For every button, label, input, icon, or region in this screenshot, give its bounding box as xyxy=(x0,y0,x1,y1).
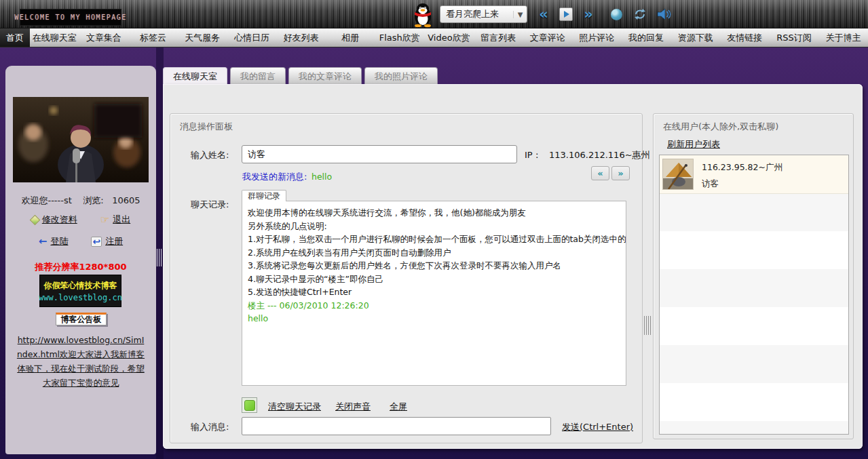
tab-2[interactable]: 我的文章评论 xyxy=(288,67,362,84)
nav-item-15[interactable]: 友情链接 xyxy=(720,28,770,47)
chat-log-label: 聊天记录: xyxy=(191,199,229,211)
panel-splitter-grip[interactable] xyxy=(644,316,652,335)
welcome-line: 欢迎您-----st 浏览: 10605 xyxy=(5,195,156,207)
next-message-button[interactable]: » xyxy=(611,166,630,180)
send-link[interactable]: 发送(Ctrl+Enter) xyxy=(562,421,633,433)
nav-item-6[interactable]: 好友列表 xyxy=(276,28,326,47)
user-avatar xyxy=(662,159,694,190)
nav-item-17[interactable]: 关于博主 xyxy=(818,28,868,47)
play-icon[interactable] xyxy=(559,7,573,21)
group-chat-tab[interactable]: 群聊记录 xyxy=(242,190,286,201)
nav-item-14[interactable]: 资源下载 xyxy=(671,28,720,47)
nav-item-0[interactable]: 首页 xyxy=(0,28,30,47)
online-users-panel: 在线用户(本人除外,双击私聊) 刷新用户列表 116.23.95.82~广州访客 xyxy=(653,113,854,439)
views-count: 10605 xyxy=(112,195,140,205)
mute-sound-link[interactable]: 关闭声音 xyxy=(335,401,371,413)
nav-item-8[interactable]: Flash欣赏 xyxy=(375,28,424,47)
song-select[interactable]: 看月亮爬上来 ▼ xyxy=(440,5,527,23)
login-link[interactable]: ← 登陆 xyxy=(39,235,69,247)
nav-item-4[interactable]: 天气服务 xyxy=(178,28,227,47)
clear-log-link[interactable]: 清空聊天记录 xyxy=(268,401,321,413)
top-bar: WELCOME TO MY HOMEPAGE 看月亮爬上来 ▼ xyxy=(0,0,868,28)
sent-message-value: hello xyxy=(312,172,332,182)
nav-item-12[interactable]: 照片评论 xyxy=(572,28,622,47)
announcement-link[interactable]: http://www.lovestblog.cn/SimIndex.html欢迎… xyxy=(15,333,147,390)
message-panel: 消息操作面板 输入姓名: IP： 113.106.212.116~惠州 我发送的… xyxy=(170,113,643,443)
chat-log-line-3: 2.系统用户在线列表当有用户关闭页面时自动删除用户 xyxy=(248,246,620,260)
media-controls: « » xyxy=(533,0,671,28)
main-panel: 消息操作面板 输入姓名: IP： 113.106.212.116~惠州 我发送的… xyxy=(163,84,863,449)
register-link[interactable]: ↩ 注册 xyxy=(91,235,123,247)
tab-0[interactable]: 在线聊天室 xyxy=(163,67,227,84)
register-label[interactable]: 注册 xyxy=(105,235,123,247)
chat-log-line-8: hello xyxy=(248,312,620,325)
online-user-row-0[interactable]: 116.23.95.82~广州访客 xyxy=(660,155,848,194)
chat-log-line-4: 3.系统将记录您每次更新后的用户姓名，方便您下次再次登录时不要再次输入用户名 xyxy=(248,259,620,273)
online-users-title: 在线用户(本人除外,双击私聊) xyxy=(663,121,778,133)
logout-label[interactable]: 退出 xyxy=(113,214,130,226)
chat-log[interactable]: 欢迎使用本博的在线聊天系统进行交流，希望你，我，他(她)都能成为朋友另外系统的几… xyxy=(242,201,626,386)
chat-log-line-6: 5.发送的快捷键Ctrl+Enter xyxy=(248,285,620,299)
resolution-note: 推荐分辨率1280*800 xyxy=(5,261,156,273)
edit-profile-link[interactable]: 修改资料 xyxy=(31,214,77,226)
nav-item-1[interactable]: 在线聊天室 xyxy=(30,28,79,47)
message-input[interactable] xyxy=(242,417,551,435)
tab-1[interactable]: 我的留言 xyxy=(230,67,286,84)
tab-3[interactable]: 我的照片评论 xyxy=(364,67,438,84)
user-name: 访客 xyxy=(702,178,719,190)
login-label[interactable]: 登陆 xyxy=(50,235,68,247)
loop-mode-icon[interactable] xyxy=(633,7,647,21)
next-track-icon[interactable]: » xyxy=(578,7,599,21)
fullscreen-link[interactable]: 全屏 xyxy=(390,401,407,413)
chat-log-line-5: 4.聊天记录中显示的“楼主”即你自己 xyxy=(248,273,620,286)
previous-track-icon[interactable]: « xyxy=(533,7,554,21)
name-label: 输入姓名: xyxy=(191,149,229,161)
nav-item-13[interactable]: 我的回复 xyxy=(622,28,671,47)
song-title: 看月亮爬上来 xyxy=(440,8,513,20)
nav-item-16[interactable]: RSS订阅 xyxy=(770,28,819,47)
banner-url: www.lovestblog.cn xyxy=(39,293,122,302)
emoticon-icon xyxy=(244,400,255,411)
name-input[interactable] xyxy=(242,145,517,163)
nav-item-11[interactable]: 文章评论 xyxy=(523,28,572,47)
content-tabs: 在线聊天室我的留言我的文章评论我的照片评论 xyxy=(163,67,438,84)
main-navigation: 首页在线聊天室文章集合标签云天气服务心情日历好友列表相册Flash欣赏Video… xyxy=(0,28,868,47)
edit-profile-label[interactable]: 修改资料 xyxy=(42,214,77,226)
prev-message-button[interactable]: « xyxy=(591,166,609,180)
nav-item-10[interactable]: 留言列表 xyxy=(474,28,523,47)
page-root: WELCOME TO MY HOMEPAGE 看月亮爬上来 ▼ xyxy=(0,0,868,459)
refresh-users-link[interactable]: 刷新用户列表 xyxy=(667,138,720,151)
welcome-marquee-text: WELCOME TO MY HOMEPAGE xyxy=(14,14,126,21)
blog-ad-banner[interactable]: 你假笨心情技术博客 www.lovestblog.cn xyxy=(39,275,121,307)
logout-link[interactable]: ☞ 退出 xyxy=(100,214,130,226)
chevron-down-icon: ▼ xyxy=(513,11,527,18)
register-arrow-icon: ↩ xyxy=(91,237,102,247)
chat-log-line-1: 另外系统的几点说明: xyxy=(248,220,620,233)
banner-title: 你假笨心情技术博客 xyxy=(44,280,117,292)
online-users-list[interactable]: 116.23.95.82~广州访客 xyxy=(659,155,849,435)
chat-log-line-2: 1.对于私聊，当您双击一个用户进行私聊的时候会加一个面板，您可以通过双击上面的t… xyxy=(248,233,620,246)
diamond-icon xyxy=(29,214,40,225)
qq-penguin-icon[interactable] xyxy=(411,1,435,27)
nav-item-7[interactable]: 相册 xyxy=(326,28,375,47)
sent-message-label: 我发送的新消息: xyxy=(242,171,307,183)
ip-label: IP： xyxy=(525,149,542,161)
views-label: 浏览: xyxy=(83,195,103,205)
nav-item-3[interactable]: 标签云 xyxy=(128,28,178,47)
stop-icon[interactable] xyxy=(611,9,622,20)
pointing-hand-icon: ☞ xyxy=(100,216,109,224)
profile-video-thumbnail xyxy=(13,97,149,182)
login-arrow-icon: ← xyxy=(39,237,48,245)
chat-log-line-0: 欢迎使用本博的在线聊天系统进行交流，希望你，我，他(她)都能成为朋友 xyxy=(248,206,620,220)
volume-icon[interactable] xyxy=(656,7,671,21)
nav-item-9[interactable]: Video欣赏 xyxy=(424,28,474,47)
page-body: 欢迎您-----st 浏览: 10605 修改资料 ☞ 退出 xyxy=(0,47,868,459)
sidebar-splitter-grip[interactable] xyxy=(157,249,163,266)
nav-item-5[interactable]: 心情日历 xyxy=(227,28,277,47)
welcome-text: 欢迎您-----st xyxy=(21,195,71,205)
emoticon-button[interactable] xyxy=(242,397,257,413)
user-ip: 116.23.95.82~广州 xyxy=(702,162,782,174)
nav-item-2[interactable]: 文章集合 xyxy=(79,28,129,47)
blog-notice-board-button[interactable]: 博客公告板 xyxy=(56,313,107,325)
message-panel-title: 消息操作面板 xyxy=(180,121,233,133)
